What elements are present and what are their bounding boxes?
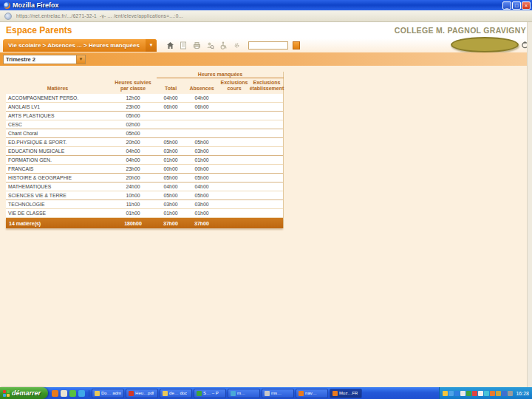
table-row[interactable]: Chant Choral05h00 [6, 129, 283, 138]
table-row[interactable]: FRANCAIS23h0000h0000h00 [6, 165, 283, 174]
tray-icon[interactable] [508, 391, 513, 396]
tray-icon[interactable] [490, 391, 495, 396]
explorer-icon[interactable] [78, 390, 85, 397]
pdf-icon [129, 391, 134, 396]
table-row[interactable]: EDUCATION MUSICALE04h0003h0003h00 [6, 147, 283, 156]
close-button[interactable]: × [522, 1, 531, 10]
cell-value: 05h00 [185, 175, 219, 180]
taskbar-task-button[interactable]: m… [228, 389, 260, 398]
taskbar-task-button[interactable]: Do… adm [92, 389, 124, 398]
table-row[interactable]: ANGLAIS LV123h0006h0006h00 [6, 103, 283, 112]
total-absences: 37h00 [185, 221, 219, 226]
home-icon[interactable] [166, 41, 175, 50]
table-row[interactable]: MATHEMATIQUES24h0004h0004h00 [6, 183, 283, 191]
table-row[interactable]: CESC02h00 [6, 120, 283, 129]
tray-icons [443, 391, 513, 396]
cell-value: 10h00 [109, 193, 157, 198]
cell-value: 20h00 [109, 140, 157, 145]
col-exclusions-cours: Exclusions cours [219, 79, 250, 94]
cell-value: 04h00 [157, 184, 185, 189]
tray-icon[interactable] [484, 391, 489, 396]
table-row[interactable]: TECHNOLOGIE11h0003h0003h00 [6, 200, 283, 209]
table-row[interactable]: ARTS PLASTIQUES05h00 [6, 112, 283, 120]
maximize-button[interactable]: □ [512, 1, 521, 10]
tray-icon[interactable] [502, 391, 507, 396]
tray-icon[interactable] [454, 391, 460, 396]
taskbar-task-button[interactable]: Moz…FR [330, 389, 362, 398]
table-row[interactable]: FORMATION GEN.04h0001h0001h00 [6, 156, 283, 165]
system-tray: 16:28 [439, 387, 532, 399]
taskbar-task-button[interactable]: de… doc [160, 389, 192, 398]
task-buttons: Do… admHeu…pdfde… docS… – Pm…ms…nav…Moz…… [89, 389, 439, 398]
accessibility-icon[interactable] [219, 41, 228, 50]
site-identity-icon[interactable] [4, 13, 12, 20]
tray-icon[interactable] [460, 391, 466, 396]
url-text[interactable]: https://net.entrelac.fr/.../6271-32-1_-y… [16, 13, 183, 18]
mail-icon[interactable] [61, 390, 67, 397]
cell-value: 04h00 [157, 95, 185, 100]
table-row[interactable]: VIE DE CLASSE01h0001h0001h00 [6, 209, 283, 218]
taskbar-task-button[interactable]: nav… [296, 389, 328, 398]
taskbar-task-button[interactable]: Heu…pdf [126, 389, 158, 398]
tray-icon[interactable] [443, 391, 448, 396]
settings-icon[interactable] [232, 41, 242, 50]
tray-icon[interactable] [449, 391, 454, 396]
cell-value: 06h00 [185, 104, 219, 109]
messenger-icon[interactable] [69, 390, 76, 397]
total-label: 14 matière(s) [6, 221, 109, 226]
cell-value: 01h00 [157, 211, 185, 216]
table-total-row: 14 matière(s) 180h00 37h00 37h00 [6, 218, 283, 228]
document-icon[interactable] [179, 41, 188, 50]
table-row[interactable]: HISTOIRE & GEOGRAPHIE20h0005h0005h00 [6, 174, 283, 183]
window-titlebar: Mozilla Firefox _ □ × [0, 0, 532, 10]
chevron-down-icon[interactable]: ▼ [146, 39, 157, 52]
desktop: Mozilla Firefox _ □ × https://net.entrel… [0, 0, 532, 399]
user-search-icon[interactable] [205, 41, 215, 50]
breadcrumb-tab[interactable]: Vie scolaire > Absences ... > Heures man… [3, 39, 157, 52]
vertical-scrollbar[interactable] [527, 22, 532, 387]
cell-value: 00h00 [185, 166, 219, 171]
col-absences: Absences [185, 79, 219, 94]
col-heures-suivies: Heures suivies par classe [109, 72, 157, 94]
tray-icon[interactable] [472, 391, 477, 396]
windows-flag-icon [3, 390, 10, 397]
period-select[interactable]: Trimestre 2 ▼ [3, 55, 86, 64]
cell-matiere: SCIENCES VIE & TERRE [6, 193, 109, 198]
student-name-redaction [451, 37, 519, 52]
tray-icon[interactable] [466, 391, 471, 396]
taskbar-task-button[interactable]: ms… [262, 389, 294, 398]
cell-matiere: ARTS PLASTIQUES [6, 113, 109, 118]
cell-matiere: Chant Choral [6, 131, 109, 136]
table-row[interactable]: SCIENCES VIE & TERRE10h0005h0005h00 [6, 191, 283, 200]
table-row[interactable]: ACCOMPAGNEMENT PERSO.12h0004h0004h00 [6, 94, 283, 103]
task-button-label: Moz…FR [339, 391, 358, 395]
firefox-icon [299, 391, 304, 396]
breadcrumb: Vie scolaire > Absences ... > Heures man… [8, 42, 140, 49]
nav-search-input[interactable] [248, 41, 288, 50]
cell-value: 03h00 [157, 202, 185, 207]
cell-value: 01h00 [157, 157, 185, 163]
table-row[interactable]: ED.PHYSIQUE & SPORT.20h0005h0005h00 [6, 138, 283, 147]
tray-icon[interactable] [496, 391, 501, 396]
cell-value: 06h00 [157, 104, 185, 109]
tray-icon[interactable] [478, 391, 483, 396]
cell-value: 05h00 [185, 193, 219, 198]
printer-icon[interactable] [192, 41, 202, 50]
cell-value: 01h00 [109, 211, 157, 216]
page-title: Espace Parents [6, 25, 72, 35]
cell-value: 20h00 [109, 175, 157, 180]
browser-icon[interactable] [52, 390, 58, 397]
cell-value: 05h00 [185, 140, 219, 145]
nav-go-button[interactable] [293, 41, 300, 50]
minimize-button[interactable]: _ [502, 1, 511, 10]
cell-matiere: EDUCATION MUSICALE [6, 149, 109, 154]
cell-value: 04h00 [185, 184, 219, 189]
cell-value: 01h00 [185, 211, 219, 216]
taskbar: démarrer Do… admHeu…pdfde… docS… – Pm…ms… [0, 387, 532, 399]
cell-value: 01h00 [185, 157, 219, 163]
taskbar-clock: 16:28 [516, 391, 529, 396]
task-button-label: Do… adm [101, 391, 121, 395]
cell-value: 05h00 [157, 140, 185, 145]
start-button[interactable]: démarrer [0, 387, 48, 399]
taskbar-task-button[interactable]: S… – P [194, 389, 226, 398]
